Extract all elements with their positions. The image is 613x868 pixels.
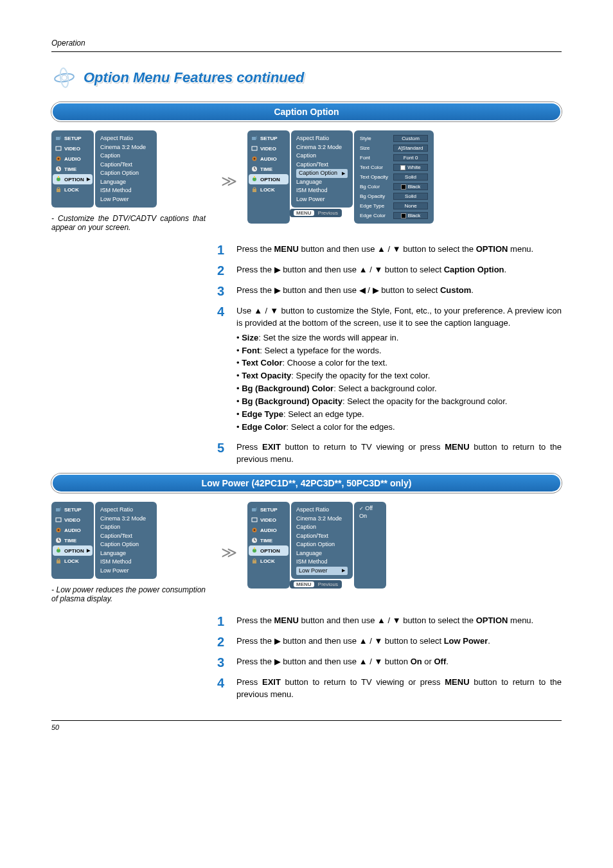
low-power-note: - Low power reduces the power consumptio… [51,585,206,603]
svg-rect-10 [57,189,60,192]
osd-menu-item-video: VIDEO [51,143,94,154]
step: 4Use ▲ / ▼ button to customize the Style… [217,305,562,434]
step-number: 2 [217,635,229,648]
osd-menu-item-audio: AUDIO [247,525,290,535]
chevron-right-icon: ≫ [217,172,236,190]
step-number: 4 [217,677,229,701]
step: 1Press the MENU button and then use ▲ / … [217,615,562,628]
step-body: Press the ▶ button and then use ▲ / ▼ bu… [236,635,490,648]
osd-menu-item-audio: AUDIO [51,525,94,535]
osd-list-item: Cinema 3:2 Mode [296,515,348,524]
setting-label: Style [358,134,390,143]
option-off: Off [358,504,382,512]
setting-value: White [393,164,428,171]
osd-menu-item-time: TIME [247,164,290,174]
osd-menu-item-time: TIME [51,164,94,174]
step-body: Press the MENU button and then use ▲ / ▼… [236,615,533,628]
osd-menu-item-option: OPTION [249,545,289,556]
osd-list-item: Language [296,549,348,558]
osd-list-item: Caption/Text [100,161,152,170]
osd-panel-right-1: SETUPVIDEOAUDIOTIMEOPTIONLOCK Aspect Rat… [247,130,434,224]
setting-label: Size [358,144,390,152]
osd-menu-item-option: OPTION [249,174,289,184]
osd-list-item: Caption Option [100,169,152,178]
svg-rect-4 [56,146,61,150]
svg-rect-9 [58,176,59,178]
osd-menu-item-video: VIDEO [247,515,290,525]
svg-rect-33 [254,547,255,549]
step-body: Use ▲ / ▼ button to customize the Style,… [236,305,562,434]
setting-value: Black [393,212,428,219]
osd-menu-item-option: OPTION ▶ [53,174,93,184]
svg-rect-19 [56,508,60,511]
svg-point-22 [58,529,60,531]
osd-panel-left-1: SETUPVIDEOAUDIOTIMEOPTION ▶LOCK Aspect R… [51,130,206,208]
svg-point-2 [61,75,67,80]
osd-menu-item-setup: SETUP [247,133,290,143]
svg-rect-11 [252,137,256,140]
setting-label: Font [358,154,390,162]
svg-rect-18 [253,189,256,192]
osd-menu-item-time: TIME [247,535,290,545]
osd-menu-item-lock: LOCK [247,556,290,566]
osd-list-item: Low Power [100,567,152,576]
osd-list-item: Aspect Ratio [100,134,152,143]
osd-menu-item-setup: SETUP [51,133,94,143]
svg-rect-28 [252,518,257,522]
osd-list-item: Low Power▶ [296,567,348,576]
chevron-right-icon: ≫ [217,544,236,562]
osd-list-item: Aspect Ratio [100,506,152,515]
osd-list-item: Caption [296,152,348,161]
svg-point-6 [58,158,60,160]
low-power-band: Low Power (42PC1D**, 42PC3D**, 50PC3D** … [51,474,562,493]
osd-list-item: Cinema 3:2 Mode [100,515,152,524]
setting-value: None [393,202,428,209]
osd-menu-item-audio: AUDIO [247,154,290,164]
setting-value: Solid [393,193,428,200]
page-title: Option Menu Features continued [84,69,304,86]
step-body: Press EXIT button to return to TV viewin… [236,441,562,466]
osd-list-item: Caption/Text [296,532,348,541]
osd-list-item: Low Power [296,195,348,204]
svg-point-30 [254,529,256,531]
osd-list-item: Aspect Ratio [296,134,348,143]
section-header: Operation [51,39,562,52]
osd-footer: MENU Previous [290,580,342,589]
page-number: 50 [51,720,562,731]
setting-value: Black [393,183,428,190]
osd-list-item: Caption Option▶ [296,169,348,178]
osd-list-item: Cinema 3:2 Mode [296,143,348,152]
step-number: 1 [217,615,229,628]
osd-list-item: Caption [100,523,152,532]
osd-panel-right-2: SETUPVIDEOAUDIOTIMEOPTIONLOCK Aspect Rat… [247,502,386,589]
ring-icon [49,63,78,92]
caption-option-steps: 1Press the MENU button and then use ▲ / … [217,244,562,466]
step: 4Press EXIT button to return to TV viewi… [217,677,562,701]
svg-rect-25 [58,547,59,549]
osd-list-item: Caption [100,152,152,161]
step-number: 1 [217,244,229,256]
osd-list-item: Language [100,178,152,187]
step: 3Press the ▶ button and then use ▲ / ▼ b… [217,656,562,669]
osd-list-item: ISM Method [100,558,152,567]
step-number: 2 [217,264,229,277]
step-number: 3 [217,656,229,669]
previous-label: Previous [318,581,338,587]
osd-list-item: Cinema 3:2 Mode [100,143,152,152]
svg-rect-3 [56,137,60,140]
osd-menu-item-lock: LOCK [247,184,290,195]
osd-menu-item-setup: SETUP [247,504,290,515]
svg-rect-26 [57,560,60,563]
setting-label: Edge Color [358,211,390,220]
step-number: 3 [217,285,229,297]
caption-settings-panel: StyleCustomSizeA]StandardFontFont 0Text … [354,130,434,224]
setting-value: Custom [393,135,428,142]
osd-list-item: Caption Option [296,540,348,549]
setting-label: Text Opacity [358,173,390,181]
osd-list-item: Language [296,178,348,187]
svg-rect-27 [252,508,256,511]
osd-footer: MENU Previous [290,209,342,217]
setting-label: Edge Type [358,202,390,210]
osd-panel-left-2: SETUPVIDEOAUDIOTIMEOPTION ▶LOCK Aspect R… [51,502,206,579]
osd-menu-item-lock: LOCK [51,556,94,566]
